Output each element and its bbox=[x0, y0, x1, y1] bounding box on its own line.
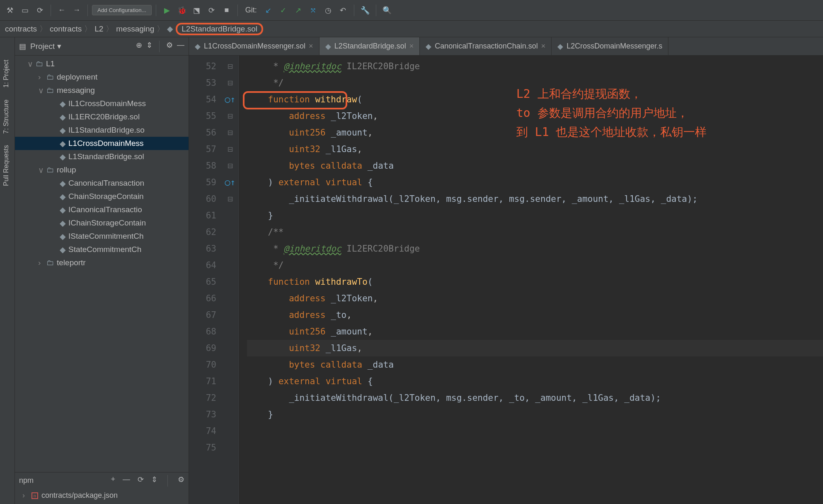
pull-requests-tool-tab[interactable]: Pull Requests bbox=[0, 139, 15, 192]
coverage-icon[interactable]: ⬔ bbox=[190, 4, 203, 17]
tree-folder-messaging[interactable]: ∨🗀messaging bbox=[15, 84, 189, 97]
project-dropdown[interactable]: Project ▾ bbox=[30, 41, 61, 51]
git-label: Git: bbox=[245, 6, 257, 15]
git-commit-icon[interactable]: ✓ bbox=[277, 4, 290, 17]
breadcrumb-item[interactable]: messaging bbox=[116, 24, 154, 34]
tree-folder-rollup[interactable]: ∨🗀rollup bbox=[15, 163, 189, 177]
tree-folder-deployment[interactable]: ›🗀deployment bbox=[15, 70, 189, 84]
back-arrow-icon[interactable]: ← bbox=[55, 4, 68, 17]
breadcrumb-item[interactable]: L2 bbox=[94, 24, 103, 34]
close-tab-icon[interactable]: × bbox=[409, 42, 414, 51]
tree-folder-teleportr[interactable]: ›🗀teleportr bbox=[15, 256, 189, 269]
npm-package-icon: n bbox=[31, 492, 38, 499]
main-toolbar: ⚒ ▭ ⟳ ← → Add Configuration... ▶ 🐞 ⬔ ⟳ ■… bbox=[0, 0, 823, 21]
sidebar-header: ▤ Project ▾ ⊕ ⇕ ⚙ — bbox=[15, 37, 189, 56]
breadcrumb-highlight: L2StandardBridge.sol bbox=[176, 23, 263, 35]
editor-tab-active[interactable]: ◆L2StandardBridge.sol× bbox=[320, 37, 420, 55]
breadcrumb-item[interactable]: contracts bbox=[5, 24, 37, 34]
tree-file[interactable]: ◆ICanonicalTransactio bbox=[15, 203, 189, 216]
search-icon[interactable]: 🔍 bbox=[380, 4, 394, 17]
breadcrumb-item[interactable]: contracts bbox=[50, 24, 82, 34]
project-tree: ∨🗀L1 ›🗀deployment ∨🗀messaging ◆IL1CrossD… bbox=[15, 56, 189, 472]
tree-file[interactable]: ◆StateCommitmentCh bbox=[15, 243, 189, 256]
annotation-overlay: L2 上和合约提现函数， to 参数是调用合约的用户地址， 到 L1 也是这个地… bbox=[516, 85, 707, 142]
tree-file[interactable]: ◆IL1ERC20Bridge.sol bbox=[15, 110, 189, 124]
collapse-icon[interactable]: ⇕ bbox=[151, 475, 157, 487]
chevron-down-icon: ▾ bbox=[57, 41, 61, 51]
settings-wrench-icon[interactable]: 🔧 bbox=[358, 4, 372, 17]
chevron-right-icon: 〉 bbox=[39, 24, 47, 34]
git-push-icon[interactable]: ↗ bbox=[292, 4, 305, 17]
fold-column: ⊟⊟◯↑ ⊟ ⊟⊟⊟◯↑ ⊟ bbox=[222, 56, 239, 504]
refresh-icon[interactable]: ⟳ bbox=[138, 475, 144, 487]
profile-icon[interactable]: ⟳ bbox=[205, 4, 218, 17]
add-configuration-button[interactable]: Add Configuration... bbox=[92, 5, 152, 15]
undo-icon[interactable]: ↶ bbox=[336, 4, 350, 17]
ethereum-file-icon: ◆ bbox=[167, 24, 173, 34]
project-view-icon: ▤ bbox=[19, 42, 26, 51]
refresh-icon[interactable]: ⟳ bbox=[33, 4, 46, 17]
debug-icon[interactable]: 🐞 bbox=[175, 4, 189, 17]
run-icon[interactable]: ▶ bbox=[160, 4, 174, 17]
tree-folder-l1[interactable]: ∨🗀L1 bbox=[15, 57, 189, 70]
collapse-icon[interactable]: ⇕ bbox=[146, 41, 152, 52]
npm-tool-header: npm + — ⟳ ⇕ ⚙ bbox=[15, 472, 189, 489]
add-icon[interactable]: + bbox=[111, 475, 115, 487]
tree-file[interactable]: ◆IChainStorageContain bbox=[15, 216, 189, 230]
tree-file[interactable]: ◆IStateCommitmentCh bbox=[15, 230, 189, 243]
chevron-right-icon: 〉 bbox=[84, 24, 92, 34]
locate-icon[interactable]: ⊕ bbox=[136, 41, 142, 52]
tree-file[interactable]: ◆ChainStorageContain bbox=[15, 190, 189, 203]
editor-tab[interactable]: ◆CanonicalTransactionChain.sol× bbox=[420, 37, 552, 55]
chevron-right-icon: 〉 bbox=[157, 24, 165, 34]
chevron-right-icon: 〉 bbox=[106, 24, 114, 34]
tree-file[interactable]: ◆L1StandardBridge.sol bbox=[15, 150, 189, 163]
editor-tabs: ◆L1CrossDomainMessenger.sol× ◆L2Standard… bbox=[189, 37, 823, 56]
line-number-gutter: 5253545556575859606162636465666768697071… bbox=[189, 56, 222, 504]
tree-file-selected[interactable]: ◆L1CrossDomainMess bbox=[15, 137, 189, 150]
close-tab-icon[interactable]: × bbox=[541, 42, 546, 51]
git-branches-icon[interactable]: ⤲ bbox=[307, 4, 320, 17]
git-pull-icon[interactable]: ↙ bbox=[262, 4, 275, 17]
close-tab-icon[interactable]: × bbox=[309, 42, 313, 51]
hammer-build-icon[interactable]: ⚒ bbox=[3, 4, 17, 17]
project-tool-tab[interactable]: 1: Project bbox=[0, 54, 15, 94]
npm-package-row[interactable]: › n contracts/package.json bbox=[15, 489, 189, 504]
annotation-highlight-box: function withdraw( bbox=[243, 91, 347, 109]
stop-icon[interactable]: ■ bbox=[220, 4, 233, 17]
structure-tool-tab[interactable]: 7: Structure bbox=[0, 94, 15, 140]
npm-label: npm bbox=[19, 476, 34, 485]
project-sidebar: ▤ Project ▾ ⊕ ⇕ ⚙ — ∨🗀L1 ›🗀deployment ∨🗀… bbox=[15, 37, 189, 504]
tree-file[interactable]: ◆IL1CrossDomainMess bbox=[15, 97, 189, 110]
hide-icon[interactable]: — bbox=[177, 41, 184, 52]
tree-file[interactable]: ◆IL1StandardBridge.so bbox=[15, 124, 189, 137]
code-editor[interactable]: 5253545556575859606162636465666768697071… bbox=[189, 56, 823, 504]
editor-tab[interactable]: ◆L2CrossDomainMessenger.s bbox=[552, 37, 668, 55]
gear-icon[interactable]: ⚙ bbox=[178, 475, 184, 487]
save-icon[interactable]: ▭ bbox=[18, 4, 31, 17]
breadcrumb-item[interactable]: L2StandardBridge.sol bbox=[182, 24, 257, 33]
editor-area: ◆L1CrossDomainMessenger.sol× ◆L2Standard… bbox=[189, 37, 823, 504]
editor-tab[interactable]: ◆L1CrossDomainMessenger.sol× bbox=[189, 37, 320, 55]
history-icon[interactable]: ◷ bbox=[322, 4, 335, 17]
code-content[interactable]: function withdraw( L2 上和合约提现函数， to 参数是调用… bbox=[239, 56, 823, 504]
forward-arrow-icon[interactable]: → bbox=[70, 4, 83, 17]
remove-icon[interactable]: — bbox=[123, 475, 130, 487]
left-tool-tabs: 1: Project 7: Structure Pull Requests bbox=[0, 37, 15, 504]
breadcrumb: contracts 〉 contracts 〉 L2 〉 messaging 〉… bbox=[0, 21, 823, 37]
tree-file[interactable]: ◆CanonicalTransaction bbox=[15, 177, 189, 190]
gear-icon[interactable]: ⚙ bbox=[166, 41, 173, 52]
